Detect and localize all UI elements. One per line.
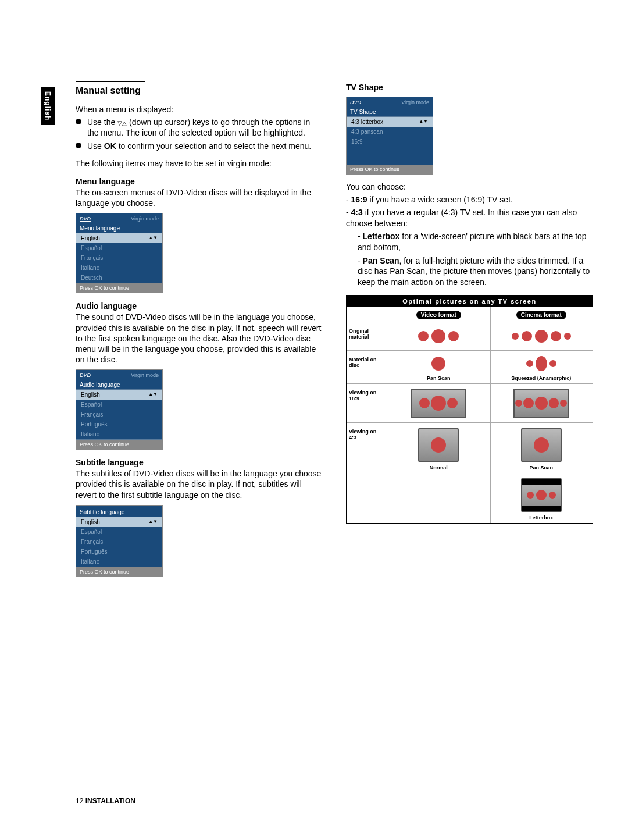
bullet-ok: Use OK to confirm your selection and to …	[76, 141, 323, 151]
basketball-icon	[512, 333, 519, 340]
intro-text: When a menu is displayed:	[76, 104, 323, 115]
osd-item-43-letterbox: 4:3 letterbox▲▼	[347, 117, 433, 127]
cell-43-cinema-panscan: Pan Scan	[490, 422, 593, 473]
bullet-cursor-keys: Use the ▽△ (down up cursor) keys to go t…	[76, 117, 323, 138]
osd-mode-label: Virgin mode	[131, 216, 159, 222]
osd-tv-shape-list: 4:3 letterbox▲▼ 4:3 panscan 16:9	[347, 116, 433, 147]
bullet2-pre: Use	[87, 141, 104, 151]
manual-setting-heading: Manual setting	[76, 86, 323, 96]
osd-section-title: Audio language	[76, 379, 162, 389]
tv-43-icon	[521, 428, 562, 462]
tv-169-icon	[513, 389, 569, 418]
osd-item: 4:3 panscan	[347, 127, 433, 137]
tv-letterbox-line: - Letterbox for a 'wide-screen' picture …	[358, 231, 593, 253]
osd-footer: Press OK to continue	[347, 165, 433, 174]
osd-mode-label: Virgin mode	[131, 372, 159, 378]
bullet2-bold: OK	[104, 141, 116, 151]
tv-43-line: - 4:3 if you have a regular (4:3) TV set…	[346, 207, 593, 228]
cell-43-video: Normal	[387, 422, 490, 473]
cell-169-video	[387, 383, 490, 422]
up-triangle-icon: △	[122, 120, 127, 126]
tv-panscan-line: - Pan Scan, for a full-height picture wi…	[358, 255, 593, 289]
osd-audio-language: DVD Virgin mode Audio language English▲▼…	[76, 369, 163, 450]
updown-arrows-icon: ▲▼	[148, 519, 158, 525]
basketball-icon	[564, 333, 571, 340]
menu-language-heading: Menu language	[76, 177, 323, 186]
tv-43-icon	[521, 478, 562, 512]
osd-item: Español	[76, 243, 162, 253]
basketball-icon	[431, 357, 445, 371]
osd-footer: Press OK to continue	[76, 283, 162, 293]
osd-dvd-label: DVD	[350, 99, 361, 105]
tv-169-icon	[411, 389, 466, 418]
basketball-icon	[431, 329, 445, 343]
osd-footer: Press OK to continue	[76, 440, 162, 449]
basketball-icon	[536, 356, 547, 371]
osd-menu-language-list: English▲▼ Español Français Italiano Deut…	[76, 233, 162, 283]
tv-can-choose: You can choose:	[346, 181, 593, 192]
basketball-icon	[551, 331, 561, 341]
page-body: Manual setting When a menu is displayed:…	[76, 81, 593, 584]
down-triangle-icon: ▽	[117, 120, 122, 126]
tv-169-line: - 16:9 if you have a wide screen (16:9) …	[346, 194, 593, 205]
basketball-icon	[535, 330, 548, 343]
caption-pan-scan: Pan Scan	[390, 375, 488, 381]
basketball-icon	[522, 331, 532, 341]
osd-menu-language: DVD Virgin mode Menu language English▲▼ …	[76, 213, 163, 293]
updown-arrows-icon: ▲▼	[419, 119, 428, 125]
basketball-icon	[448, 331, 459, 341]
basketball-icon	[534, 437, 549, 453]
osd-section-title: TV Shape	[347, 106, 433, 116]
left-column: Manual setting When a menu is displayed:…	[76, 81, 323, 584]
subtitle-language-heading: Subtitle language	[76, 458, 323, 467]
osd-tv-shape: DVD Virgin mode TV Shape 4:3 letterbox▲▼…	[346, 97, 433, 175]
basketball-icon	[515, 400, 522, 407]
language-tab: English	[41, 87, 55, 125]
bullet2-post: to confirm your selection and to select …	[116, 141, 311, 151]
cell-original-cinema	[490, 322, 593, 350]
basketball-icon	[526, 360, 533, 367]
osd-item: Français	[76, 537, 162, 547]
cell-disc-video: Pan Scan	[387, 350, 490, 383]
osd-item-english: English▲▼	[76, 517, 162, 527]
tv-format-diagram: Optimal pictures on any TV screen Video …	[346, 295, 593, 524]
cinema-format-badge: Cinema format	[516, 311, 566, 319]
caption-letterbox: Letterbox	[493, 515, 591, 521]
basketball-icon	[418, 331, 429, 341]
caption-pan-scan: Pan Scan	[493, 465, 591, 471]
video-format-badge: Video format	[416, 311, 461, 319]
bullet-dot-icon	[76, 143, 81, 148]
updown-arrows-icon: ▲▼	[148, 235, 158, 241]
page-number: 12	[76, 797, 83, 805]
label-material-on-disc: Material on disc	[347, 350, 387, 383]
menu-language-text: The on-screen menus of DVD-Video discs w…	[76, 187, 323, 208]
basketball-icon	[536, 490, 547, 500]
basketball-icon	[560, 400, 567, 407]
cell-original-video	[387, 322, 490, 350]
caption-normal: Normal	[390, 465, 488, 471]
tv-shape-heading: TV Shape	[346, 83, 593, 92]
osd-item-english: English▲▼	[76, 233, 162, 243]
caption-squeezed: Squeezed (Anamorphic)	[493, 375, 591, 381]
basketball-icon	[431, 437, 446, 453]
subtitle-language-text: The subtitles of DVD-Video discs will be…	[76, 468, 323, 500]
basketball-icon	[523, 398, 534, 408]
basketball-icon	[550, 360, 556, 367]
osd-dvd-label: DVD	[80, 216, 91, 222]
osd-item: 16:9	[347, 137, 433, 147]
right-column: TV Shape DVD Virgin mode TV Shape 4:3 le…	[346, 81, 593, 584]
osd-mode-label: Virgin mode	[401, 99, 429, 105]
osd-item-english: English▲▼	[76, 390, 162, 400]
osd-section-title: Menu language	[76, 223, 162, 233]
bullet1-pre: Use the	[87, 118, 117, 127]
osd-audio-language-list: English▲▼ Español Français Português Ita…	[76, 389, 162, 440]
osd-item: Français	[76, 410, 162, 419]
basketball-icon	[419, 398, 430, 408]
following-text: The following items may have to be set i…	[76, 158, 323, 169]
bullet-dot-icon	[76, 119, 81, 124]
cell-169-cinema	[490, 383, 593, 422]
osd-footer: Press OK to continue	[76, 567, 162, 576]
page-footer: 12 INSTALLATION	[76, 797, 135, 805]
label-viewing-43: Viewing on 4:3	[347, 422, 387, 473]
basketball-icon	[535, 397, 548, 410]
